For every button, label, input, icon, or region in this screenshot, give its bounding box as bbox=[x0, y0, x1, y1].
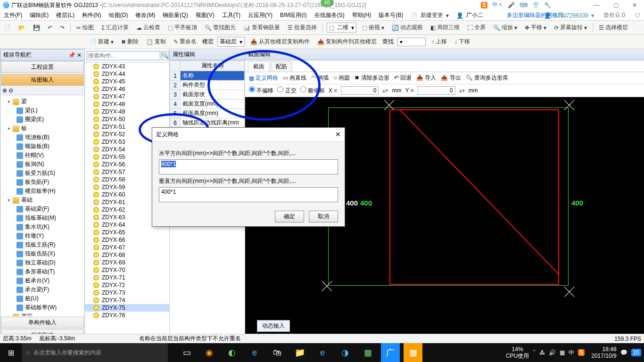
cpu-meter[interactable]: 14%CPU使用 bbox=[506, 346, 529, 359]
dialog-input-v[interactable]: 400*1 bbox=[159, 187, 338, 202]
nav-single-input[interactable]: 单构件输入 bbox=[1, 317, 84, 329]
menu-edit[interactable]: 编辑(E) bbox=[28, 10, 50, 20]
ime-cn[interactable]: 中 •, bbox=[492, 1, 503, 9]
task-view-icon[interactable]: ▭ bbox=[177, 343, 196, 362]
tree-item[interactable]: 柱帽(V) bbox=[2, 151, 83, 160]
menu-bim[interactable]: BIM应用(I) bbox=[278, 10, 309, 20]
menu-tool[interactable]: 工具(T) bbox=[220, 10, 242, 20]
tree-item[interactable]: 螺旋板(B) bbox=[2, 142, 83, 151]
copy-to-button[interactable]: 📤复制构件到其他楼层 bbox=[315, 37, 379, 47]
tb-icon-2[interactable]: ◐ bbox=[223, 343, 241, 362]
pan-button[interactable]: ✥平移 ▾ bbox=[523, 23, 548, 33]
tree-group[interactable]: ▾板 bbox=[2, 124, 83, 133]
clock[interactable]: 18:482017/10/9 bbox=[591, 346, 616, 359]
find-combo[interactable]: ▾ bbox=[397, 38, 426, 46]
tb-store-icon[interactable]: 🛍 bbox=[268, 343, 287, 362]
tree-item[interactable]: 梁(L) bbox=[2, 106, 83, 115]
skin-icon[interactable]: 👕 bbox=[532, 2, 539, 8]
tb-icon-5[interactable]: ▦ bbox=[404, 343, 422, 362]
floor-combo[interactable]: 基础层 ▾ bbox=[217, 37, 245, 47]
menu-file[interactable]: 文件(F) bbox=[2, 10, 24, 20]
list-item[interactable]: ZDYX-50 bbox=[85, 115, 169, 123]
undo-button[interactable]: ↶ 回退 bbox=[394, 74, 412, 82]
shield-icon[interactable]: 🛡 bbox=[633, 11, 642, 20]
dialog-ok-button[interactable]: 确定 bbox=[275, 211, 304, 222]
flat-button[interactable]: ⬚平齐板顶 bbox=[166, 23, 199, 33]
minimize-button[interactable]: — bbox=[587, 0, 606, 10]
menu-online[interactable]: 在线服务(S) bbox=[313, 10, 347, 20]
prop-row-2[interactable]: 构件类型 bbox=[181, 81, 245, 90]
menu-help[interactable]: 帮助(H) bbox=[350, 10, 373, 20]
menu-steel[interactable]: 钢筋量(Q) bbox=[161, 10, 190, 20]
tree-item[interactable]: 条形基础(T) bbox=[2, 267, 83, 276]
list-item[interactable]: ZDYX-47 bbox=[85, 93, 169, 100]
list-item[interactable]: ZDYX-43 bbox=[85, 63, 169, 70]
undo-icon[interactable]: ↶ bbox=[46, 24, 54, 32]
tree-group[interactable]: ▸其它 bbox=[2, 312, 83, 316]
tree-item[interactable]: 基础板带(W) bbox=[2, 303, 83, 312]
query-poly-button[interactable]: 🔍 查询多边形库 bbox=[466, 74, 508, 82]
menu-view[interactable]: 视图(V) bbox=[194, 10, 216, 20]
tree-item[interactable]: 独立基础(D) bbox=[2, 258, 83, 267]
tb-ie-icon[interactable]: e bbox=[313, 343, 332, 362]
menu-draw[interactable]: 绘图(D) bbox=[107, 10, 130, 20]
dialog-close-icon[interactable]: ✕ bbox=[335, 131, 341, 139]
list-item[interactable]: ZDYX-73 bbox=[85, 289, 169, 296]
cloud-check-button[interactable]: ☁云检查 bbox=[134, 23, 162, 33]
copy-button[interactable]: 📋复制 bbox=[144, 37, 168, 47]
open-file-icon[interactable]: 📂 bbox=[17, 24, 27, 32]
maximize-button[interactable]: ▢ bbox=[606, 0, 625, 10]
dynamic-input-button[interactable]: 动态输入 bbox=[257, 320, 290, 332]
mic-icon[interactable]: 🎤 bbox=[508, 2, 515, 8]
prop-row-6[interactable]: 轴线距左边线距离(mm bbox=[181, 118, 245, 128]
circle-button[interactable]: ○ 画圆 bbox=[334, 74, 350, 82]
tb-icon-1[interactable]: ◉ bbox=[200, 343, 219, 362]
user-label[interactable]: 👤广小二 bbox=[454, 9, 487, 21]
new-change-button[interactable]: 📄新建变更 ▾ bbox=[409, 9, 451, 21]
list-item[interactable]: ZDYX-44 bbox=[85, 70, 169, 78]
nav-pin-icon[interactable]: 📌 ✕ bbox=[68, 52, 82, 58]
tray-net-icon[interactable]: 🖧 bbox=[539, 349, 545, 356]
dialog-input-h[interactable]: 400*1 bbox=[159, 159, 338, 174]
copy-from-button[interactable]: 📥从其他楼层复制构件 bbox=[248, 37, 312, 47]
list-item[interactable]: ZDYX-72 bbox=[85, 281, 169, 289]
clear-poly-button[interactable]: ✖ 清除多边形 bbox=[355, 74, 389, 82]
up-button[interactable]: ↑上移 bbox=[429, 37, 449, 47]
grid-button[interactable]: ▦ 定义网格 bbox=[249, 74, 278, 82]
find-element-button[interactable]: 🔍查找图元 bbox=[203, 23, 238, 33]
tb-icon-4[interactable]: ▦ bbox=[358, 343, 377, 362]
radio-ortho[interactable]: 正交 bbox=[277, 86, 296, 95]
tree-group[interactable]: ▾基础 bbox=[2, 196, 83, 205]
new-file-icon[interactable]: 📄 bbox=[2, 24, 13, 32]
menu-modify[interactable]: 修改(M) bbox=[133, 10, 157, 20]
export-button[interactable]: 📤 导出 bbox=[441, 74, 461, 82]
view-steel-button[interactable]: 📊查看钢筋量 bbox=[241, 23, 282, 33]
dialog-cancel-button[interactable]: 取消 bbox=[309, 211, 338, 222]
fullscreen-button[interactable]: ⛶全屏 bbox=[465, 23, 487, 33]
tree-item[interactable]: 圈梁(E) bbox=[2, 115, 83, 124]
tray-vol-icon[interactable]: 🔊 bbox=[549, 349, 556, 356]
tree-item[interactable]: 筏板主筋(R) bbox=[2, 240, 83, 249]
tree-item[interactable]: 集水坑(K) bbox=[2, 222, 83, 231]
list-item[interactable]: ZDYX-48 bbox=[85, 100, 169, 108]
search-input[interactable] bbox=[87, 51, 160, 60]
list-item[interactable]: ZDYX-71 bbox=[85, 274, 169, 281]
import-button[interactable]: 📥 导入 bbox=[416, 74, 436, 82]
list-item[interactable]: ZDYX-69 bbox=[85, 259, 169, 266]
list-item[interactable]: ZDYX-66 bbox=[85, 236, 169, 244]
list-item[interactable]: ZDYX-49 bbox=[85, 108, 169, 115]
tb-edge-icon[interactable]: e bbox=[245, 343, 264, 362]
arc-button[interactable]: ◠ 画弧 bbox=[311, 74, 329, 82]
tree-item[interactable]: 柱墩(Y) bbox=[2, 231, 83, 240]
keyboard-icon[interactable]: ⌨ bbox=[520, 2, 528, 8]
batch-select-button[interactable]: ☰批量选择 bbox=[286, 23, 319, 33]
menu-version[interactable]: 版本号(B) bbox=[377, 10, 405, 20]
close-button[interactable]: ✕ bbox=[625, 0, 644, 10]
rename-button[interactable]: ✎重命名 bbox=[172, 37, 198, 47]
tray-sogou[interactable]: S bbox=[578, 349, 585, 356]
notification-icon[interactable]: 💬 bbox=[620, 349, 627, 356]
list-item[interactable]: ZDYX-68 bbox=[85, 251, 169, 259]
list-item[interactable]: ZDYX-74 bbox=[85, 296, 169, 304]
radio-polar[interactable]: 极坐标 bbox=[300, 86, 325, 95]
delete-button[interactable]: ✖删除 bbox=[119, 37, 140, 47]
